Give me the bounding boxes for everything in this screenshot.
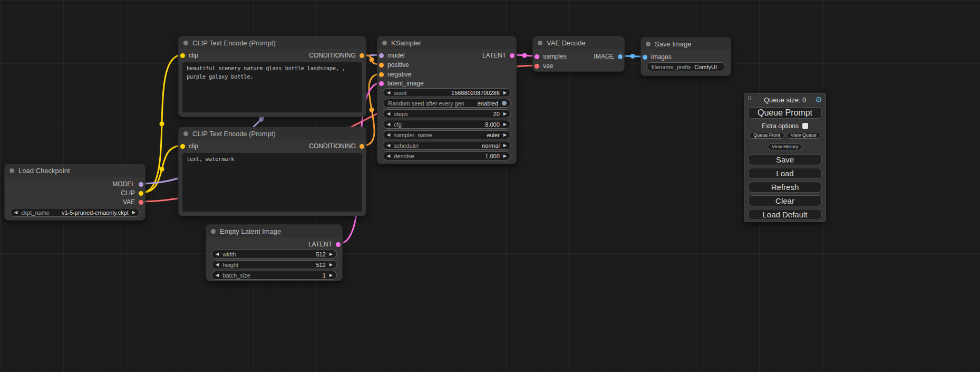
node-clip-text-encode-negative[interactable]: CLIP Text Encode (Prompt) clip CONDITION… [178, 127, 366, 216]
widget-steps[interactable]: ◀ steps 20 ▶ [383, 109, 511, 118]
input-slot-clip[interactable]: clip [180, 52, 202, 59]
widget-sampler-name[interactable]: ◀ sampler_name euler ▶ [383, 130, 511, 139]
node-vae-decode[interactable]: VAE Decode samples vae IMAGE [532, 36, 625, 72]
output-slot-vae[interactable]: VAE [119, 198, 143, 206]
decrement-arrow-icon[interactable]: ◀ [387, 91, 390, 95]
load-button[interactable]: Load [748, 168, 822, 179]
input-slot-model[interactable]: model [379, 52, 409, 59]
widget-ckpt-name[interactable]: ◀ ckpt_name v1-5-pruned-emaonly.ckpt ▶ [10, 208, 140, 217]
collapse-dot-icon[interactable] [183, 41, 188, 45]
collapse-dot-icon[interactable] [382, 41, 387, 45]
queue-prompt-button[interactable]: Queue Prompt [748, 107, 822, 119]
decrement-arrow-icon[interactable]: ◀ [387, 112, 390, 116]
widget-seed[interactable]: ◀ seed 156680208700286 ▶ [383, 88, 511, 97]
save-button[interactable]: Save [748, 154, 822, 165]
increment-arrow-icon[interactable]: ▶ [329, 273, 333, 278]
slot-dot-latent[interactable] [535, 54, 539, 59]
slot-dot-conditioning[interactable] [379, 72, 384, 77]
output-slot-model[interactable]: MODEL [109, 180, 143, 188]
collapse-dot-icon[interactable] [211, 229, 216, 234]
decrement-arrow-icon[interactable]: ◀ [216, 252, 219, 256]
decrement-arrow-icon[interactable]: ◀ [14, 211, 17, 215]
input-slot-positive[interactable]: positive [379, 61, 413, 69]
widget-random-seed-toggle[interactable]: Random seed after every gen enabled [383, 99, 511, 108]
widget-height[interactable]: ◀ height 512 ▶ [211, 260, 337, 269]
node-title-bar[interactable]: Load Checkpoint [5, 164, 145, 177]
input-slot-samples[interactable]: samples [535, 53, 570, 60]
increment-arrow-icon[interactable]: ▶ [503, 144, 507, 148]
node-load-checkpoint[interactable]: Load Checkpoint MODEL CLIP VAE ◀ ckpt_na… [4, 164, 145, 221]
input-slot-negative[interactable]: negative [379, 71, 415, 78]
slot-dot-conditioning[interactable] [360, 144, 364, 149]
output-slot-latent[interactable]: LATENT [479, 52, 515, 59]
slot-dot-model[interactable] [139, 182, 143, 187]
slot-dot-latent[interactable] [336, 242, 341, 247]
slot-dot-latent[interactable] [510, 53, 515, 58]
collapse-dot-icon[interactable] [9, 168, 14, 173]
drag-handle-icon[interactable]: ⠿ [748, 96, 752, 102]
node-title-bar[interactable]: Empty Latent Image [206, 225, 342, 237]
slot-dot-clip[interactable] [139, 191, 143, 196]
clear-button[interactable]: Clear [748, 195, 822, 206]
load-default-button[interactable]: Load Default [748, 209, 822, 220]
input-slot-images[interactable]: images [643, 53, 675, 61]
extra-options-checkbox[interactable] [802, 123, 808, 129]
node-save-image[interactable]: Save Image images filename_prefix ComfyU… [641, 37, 731, 76]
collapse-dot-icon[interactable] [646, 42, 651, 46]
widget-filename-prefix[interactable]: filename_prefix ComfyUI [646, 62, 725, 71]
widget-scheduler[interactable]: ◀ scheduler normal ▶ [383, 141, 511, 150]
slot-dot-conditioning[interactable] [360, 53, 364, 58]
output-slot-image[interactable]: IMAGE [590, 53, 623, 60]
slot-dot-latent[interactable] [379, 81, 384, 86]
increment-arrow-icon[interactable]: ▶ [503, 133, 507, 137]
node-clip-text-encode-positive[interactable]: CLIP Text Encode (Prompt) clip CONDITION… [178, 36, 366, 117]
decrement-arrow-icon[interactable]: ◀ [387, 133, 390, 137]
node-ksampler[interactable]: KSampler model positive negative latent_… [377, 36, 517, 164]
decrement-arrow-icon[interactable]: ◀ [216, 263, 219, 267]
slot-dot-image[interactable] [618, 54, 623, 59]
slot-dot-clip[interactable] [180, 53, 185, 58]
increment-arrow-icon[interactable]: ▶ [503, 91, 507, 95]
output-slot-conditioning[interactable]: CONDITIONING [305, 52, 364, 59]
queue-front-button[interactable]: Queue Front [749, 132, 784, 139]
input-slot-latent-image[interactable]: latent_image [379, 80, 428, 87]
slot-dot-conditioning[interactable] [379, 63, 384, 68]
decrement-arrow-icon[interactable]: ◀ [387, 144, 390, 148]
slot-dot-vae[interactable] [535, 64, 539, 69]
increment-arrow-icon[interactable]: ▶ [329, 263, 333, 267]
slot-dot-clip[interactable] [180, 144, 185, 149]
increment-arrow-icon[interactable]: ▶ [503, 112, 507, 116]
prompt-textarea[interactable]: text, watermark [182, 153, 362, 212]
toggle-on-icon[interactable] [502, 101, 507, 106]
slot-dot-vae[interactable] [139, 200, 143, 205]
widget-batch-size[interactable]: ◀ batch_size 1 ▶ [211, 271, 337, 280]
increment-arrow-icon[interactable]: ▶ [503, 154, 507, 158]
node-title-bar[interactable]: CLIP Text Encode (Prompt) [179, 127, 366, 140]
output-slot-latent[interactable]: LATENT [305, 241, 341, 248]
prompt-textarea[interactable]: beautiful scenery nature glass bottle la… [182, 62, 362, 112]
node-empty-latent-image[interactable]: Empty Latent Image LATENT ◀ width 512 ▶ … [206, 224, 343, 281]
refresh-button[interactable]: Refresh [748, 182, 822, 193]
node-title-bar[interactable]: VAE Decode [533, 36, 624, 49]
node-title-bar[interactable]: Save Image [641, 37, 731, 50]
collapse-dot-icon[interactable] [538, 41, 542, 45]
decrement-arrow-icon[interactable]: ◀ [387, 122, 390, 127]
node-title-bar[interactable]: KSampler [377, 36, 516, 49]
output-slot-conditioning[interactable]: CONDITIONING [305, 142, 364, 150]
slot-dot-image[interactable] [643, 55, 647, 60]
output-slot-clip[interactable]: CLIP [117, 189, 143, 197]
widget-denoise[interactable]: ◀ denoise 1.000 ▶ [383, 151, 511, 160]
input-slot-vae[interactable]: vae [535, 62, 557, 70]
view-history-button[interactable]: View History [768, 144, 802, 150]
slot-dot-model[interactable] [379, 53, 384, 58]
increment-arrow-icon[interactable]: ▶ [503, 122, 507, 127]
widget-width[interactable]: ◀ width 512 ▶ [211, 250, 337, 259]
collapse-dot-icon[interactable] [183, 131, 188, 136]
input-slot-clip[interactable]: clip [180, 142, 202, 150]
decrement-arrow-icon[interactable]: ◀ [387, 154, 390, 158]
graph-canvas[interactable]: Load Checkpoint MODEL CLIP VAE ◀ ckpt_na… [0, 0, 980, 372]
increment-arrow-icon[interactable]: ▶ [329, 252, 333, 256]
node-title-bar[interactable]: CLIP Text Encode (Prompt) [179, 36, 366, 49]
decrement-arrow-icon[interactable]: ◀ [216, 273, 219, 278]
increment-arrow-icon[interactable]: ▶ [132, 211, 135, 215]
